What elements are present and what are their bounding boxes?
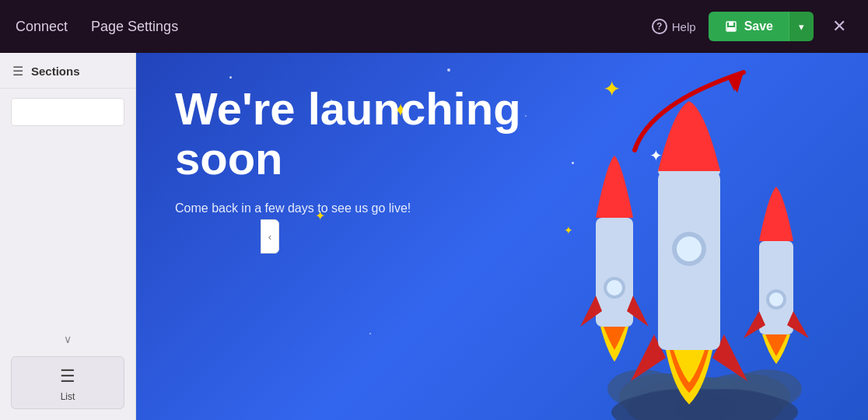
help-label: Help — [672, 20, 696, 33]
page-settings-link[interactable]: Page Settings — [91, 19, 178, 35]
svg-rect-1 — [729, 22, 733, 26]
sidebar: ☰ Sections ∨ ☰ List — [0, 53, 136, 420]
save-button[interactable]: Save — [709, 12, 789, 41]
collapse-icon: ‹ — [268, 231, 271, 243]
sidebar-collapse-button[interactable]: ‹ — [261, 219, 279, 254]
list-icon: ☰ — [60, 366, 75, 387]
search-area — [0, 89, 135, 135]
svg-rect-22 — [759, 241, 793, 334]
svg-point-16 — [677, 236, 702, 261]
text-content: We're launching soon Come back in a few … — [175, 84, 579, 218]
connect-link[interactable]: Connect — [16, 19, 68, 35]
list-label: List — [61, 391, 75, 402]
main-area: ☰ Sections ∨ ☰ List ‹ — [0, 53, 868, 420]
expand-icon: ∨ — [64, 333, 72, 345]
star-3 — [447, 68, 450, 72]
save-label: Save — [744, 19, 773, 33]
svg-point-24 — [769, 292, 783, 306]
canvas-wrapper: ‹ ✦ ✦ ✦ ✦ ✦ We're launchi — [136, 53, 868, 420]
close-button[interactable]: ✕ — [826, 12, 852, 41]
topbar: Connect Page Settings ? Help Save ▾ — [0, 0, 868, 53]
save-button-group: Save ▾ — [709, 12, 814, 41]
rocket-illustration — [572, 93, 837, 420]
help-icon: ? — [652, 19, 667, 34]
topbar-right: ? Help Save ▾ ✕ — [652, 12, 852, 41]
svg-point-19 — [607, 280, 622, 296]
subtext: Come back in a few days to see us go liv… — [175, 199, 455, 218]
list-item-container: ☰ List — [0, 350, 135, 420]
svg-marker-27 — [728, 72, 744, 91]
chevron-down-icon: ▾ — [799, 21, 804, 33]
canvas: ✦ ✦ ✦ ✦ ✦ We're launching soon Come back… — [136, 53, 868, 420]
chevron-row[interactable]: ∨ — [0, 328, 135, 350]
star-7 — [369, 333, 371, 334]
search-box[interactable] — [11, 98, 124, 126]
sections-header: ☰ Sections — [0, 53, 135, 89]
save-dropdown-button[interactable]: ▾ — [789, 12, 814, 41]
sections-label: Sections — [31, 65, 80, 78]
svg-rect-2 — [727, 27, 735, 31]
list-section-item[interactable]: ☰ List — [11, 356, 124, 409]
star-1 — [229, 76, 232, 79]
help-button[interactable]: ? Help — [652, 19, 696, 34]
sections-icon: ☰ — [12, 64, 23, 79]
save-icon — [724, 19, 738, 33]
headline: We're launching soon — [175, 84, 579, 184]
coming-soon-bg: ✦ ✦ ✦ ✦ ✦ We're launching soon Come back… — [136, 53, 868, 420]
